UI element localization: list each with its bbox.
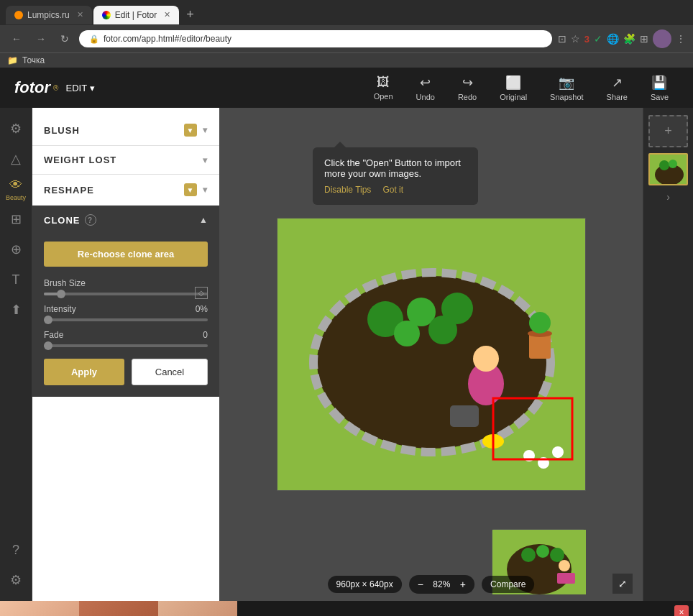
tab-fotor[interactable]: Edit | Fotor ✕ — [93, 6, 179, 24]
blush-expand-icon: ▾ — [203, 125, 208, 135]
svg-point-22 — [536, 545, 549, 558]
open-label: Open — [374, 92, 393, 101]
clone-section: CLONE ? ▲ Re-choose clone area Brush Siz… — [32, 206, 219, 397]
open-tool[interactable]: 🖼 Open — [364, 69, 403, 106]
ad-close-button[interactable]: × — [674, 605, 689, 616]
settings-icon: ⚙ — [10, 572, 22, 588]
brush-size-thumb[interactable] — [57, 290, 65, 298]
bookmark-folder-icon: 📁 — [7, 55, 18, 65]
forward-button[interactable]: → — [32, 32, 50, 46]
fade-label-row: Fade 0 — [44, 330, 208, 340]
tab-lumpics[interactable]: Lumpics.ru ✕ — [6, 6, 92, 24]
brush-size-label-row: Brush Size — [44, 278, 208, 288]
right-expand-icon[interactable]: › — [666, 191, 670, 203]
rechoose-clone-area-button[interactable]: Re-choose clone area — [44, 242, 208, 267]
cancel-button[interactable]: Cancel — [132, 359, 208, 385]
globe-icon[interactable]: 🌐 — [607, 33, 619, 45]
compare-expand-button[interactable]: ⤢ — [612, 574, 633, 594]
lock-icon: 🔒 — [89, 35, 99, 44]
edit-button[interactable]: EDIT ▾ — [65, 83, 95, 93]
svg-point-6 — [394, 321, 420, 346]
extension-icon-red[interactable]: 3 — [584, 34, 589, 45]
tab-fotor-close[interactable]: ✕ — [164, 10, 170, 19]
sidebar-item-effects[interactable]: △ — [2, 145, 29, 173]
redo-tool[interactable]: ↪ Redo — [448, 69, 487, 107]
back-button[interactable]: ← — [7, 32, 26, 46]
share-label: Share — [607, 93, 628, 101]
panel-item-blush[interactable]: BLUSH ▼ ▾ — [32, 115, 219, 145]
tab-lumpics-close[interactable]: ✕ — [77, 10, 83, 19]
svg-point-28 — [659, 160, 669, 170]
right-panel: + › — [643, 108, 693, 601]
extension-icon-green[interactable]: ✓ — [594, 33, 602, 45]
panel-item-weight[interactable]: WEIGHT LOST ▾ — [32, 146, 219, 174]
sidebar-item-help[interactable]: ? — [2, 536, 29, 564]
profile-avatar[interactable] — [653, 29, 671, 48]
text-icon: T — [12, 272, 20, 288]
help-icon: ? — [12, 543, 19, 558]
snapshot-label: Snapshot — [550, 93, 583, 101]
sidebar-item-adjust[interactable]: ⚙ — [2, 115, 29, 142]
disable-tips-link[interactable]: Disable Tips — [324, 185, 371, 195]
sidebar-item-frame[interactable]: ⊞ — [2, 206, 29, 233]
share-tool[interactable]: ↗ Share — [597, 69, 638, 107]
save-tool[interactable]: 💾 Save — [641, 69, 679, 107]
zoom-out-button[interactable]: − — [418, 579, 423, 590]
menu-icon[interactable]: ⋮ — [676, 33, 686, 45]
got-it-link[interactable]: Got it — [382, 185, 403, 195]
clone-header[interactable]: CLONE ? ▲ — [32, 206, 219, 234]
sidebar-item-beauty[interactable]: 👁 Beauty — [2, 175, 29, 203]
fotor-favicon — [102, 11, 111, 19]
original-tool[interactable]: ⬜ Original — [490, 69, 537, 107]
svg-point-17 — [529, 312, 551, 334]
ad-image-2 — [79, 601, 158, 616]
zoom-in-button[interactable]: + — [460, 579, 466, 590]
puzzle-icon[interactable]: 🧩 — [623, 33, 635, 45]
reshape-expand-icon: ▾ — [203, 185, 208, 195]
intensity-track — [44, 318, 208, 321]
adjust-icon: ⚙ — [10, 121, 22, 137]
sticker-icon: ⊕ — [11, 242, 22, 257]
upload-icon: ⬆ — [11, 302, 22, 318]
sidebar-item-sticker[interactable]: ⊕ — [2, 236, 29, 263]
snapshot-icon: 📷 — [559, 75, 574, 91]
canvas-size-info: 960px × 640px — [328, 576, 402, 593]
clone-help-icon[interactable]: ? — [85, 214, 96, 226]
effects-icon: △ — [11, 151, 21, 167]
new-tab-button[interactable]: + — [180, 4, 200, 25]
sync-icon[interactable]: ⊞ — [640, 33, 648, 45]
thumbnail-1[interactable] — [648, 153, 688, 185]
apply-button[interactable]: Apply — [44, 359, 124, 385]
address-bar[interactable]: 🔒 fotor.com/app.html#/editor/beauty — [79, 30, 552, 47]
sidebar-item-upload[interactable]: ⬆ — [2, 296, 29, 323]
left-sidebar: ⚙ △ 👁 Beauty ⊞ ⊕ T ⬆ ? — [0, 108, 32, 601]
svg-point-21 — [521, 548, 536, 562]
sidebar-item-text[interactable]: T — [2, 266, 29, 293]
sidebar-item-settings[interactable]: ⚙ — [2, 566, 29, 594]
brush-size-group: Brush Size ◇ — [44, 278, 208, 295]
reshape-badge-icon: ▼ — [187, 186, 195, 194]
eraser-button[interactable]: ◇ — [195, 287, 208, 299]
clone-help-text: ? — [88, 216, 93, 224]
redo-icon: ↪ — [462, 75, 473, 91]
clone-body: Re-choose clone area Brush Size ◇ — [32, 234, 219, 397]
blush-badge: ▼ — [184, 124, 197, 137]
snapshot-tool[interactable]: 📷 Snapshot — [540, 69, 593, 107]
clone-label: CLONE — [44, 215, 81, 226]
star-icon[interactable]: ☆ — [571, 33, 580, 45]
translate-icon[interactable]: ⊡ — [558, 33, 566, 45]
canvas-bottom: 960px × 640px − 82% + Compare — [328, 575, 535, 594]
tab-fotor-label: Edit | Fotor — [115, 10, 157, 20]
bookmark-tochka[interactable]: Точка — [22, 55, 45, 65]
fade-thumb[interactable] — [44, 341, 52, 350]
compare-button[interactable]: Compare — [482, 576, 534, 593]
panel-item-reshape[interactable]: RESHAPE ▼ ▾ — [32, 175, 219, 205]
fade-value: 0 — [203, 330, 208, 340]
intensity-thumb[interactable] — [44, 316, 52, 324]
reload-button[interactable]: ↻ — [56, 32, 73, 46]
action-buttons: Apply Cancel — [44, 359, 208, 385]
add-thumbnail[interactable]: + — [648, 115, 688, 147]
beauty-icon: 👁 — [9, 178, 22, 193]
undo-tool[interactable]: ↩ Undo — [406, 69, 445, 107]
panel-section-weight: WEIGHT LOST ▾ — [32, 146, 219, 175]
